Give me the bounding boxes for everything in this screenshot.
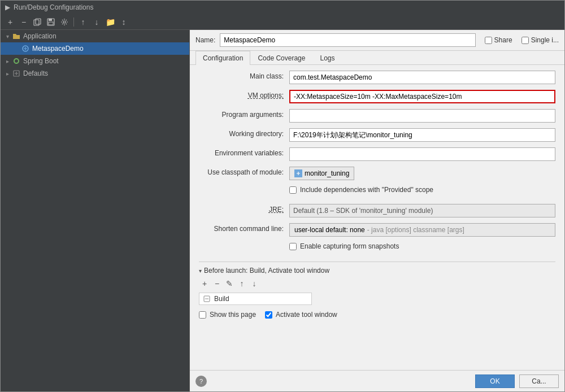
main-class-input[interactable] bbox=[289, 71, 555, 84]
expand-springboot-icon bbox=[4, 58, 11, 64]
sort-button[interactable]: ↕ bbox=[118, 16, 130, 28]
metaspace-app-icon bbox=[21, 44, 30, 53]
tab-code-coverage[interactable]: Code Coverage bbox=[250, 51, 312, 65]
main-class-label: Main class: bbox=[199, 71, 289, 80]
share-label: Share bbox=[494, 36, 512, 44]
program-args-label: Program arguments: bbox=[199, 109, 289, 119]
vm-options-row: VM options: bbox=[199, 90, 555, 103]
bottom-bar: ? OK Ca... bbox=[190, 370, 564, 391]
expand-application-icon bbox=[4, 33, 11, 40]
title-bar-icon: ▶ bbox=[5, 3, 10, 11]
save-button[interactable] bbox=[45, 16, 57, 28]
add-button[interactable]: + bbox=[4, 16, 16, 28]
title-bar-text: Run/Debug Configurations bbox=[14, 3, 93, 11]
enable-snapshots-checkbox[interactable] bbox=[289, 243, 297, 250]
single-instance-label: Single i... bbox=[531, 36, 559, 44]
config-panel: Main class: VM options: Program argument… bbox=[190, 65, 564, 370]
sidebar-item-defaults[interactable]: Defaults bbox=[1, 67, 189, 80]
expand-metaspace-icon bbox=[13, 45, 20, 52]
defaults-icon bbox=[12, 69, 21, 78]
include-deps-checkbox[interactable] bbox=[289, 186, 297, 194]
include-deps-row: Include dependencies with "Provided" sco… bbox=[289, 186, 555, 199]
vm-options-input[interactable] bbox=[289, 90, 555, 103]
tab-logs[interactable]: Logs bbox=[312, 51, 342, 65]
activate-tool-window-checkbox[interactable] bbox=[265, 311, 272, 319]
shorten-cmd-value: user-local default: none bbox=[294, 226, 365, 234]
env-vars-label: Environment variables: bbox=[199, 147, 289, 157]
name-label: Name: bbox=[195, 36, 215, 44]
module-name: monitor_tuning bbox=[305, 169, 349, 177]
working-dir-row: Working directory: bbox=[199, 128, 555, 142]
name-bar: Name: Share Single i... bbox=[190, 30, 564, 51]
jre-input[interactable] bbox=[289, 204, 555, 217]
tab-configuration[interactable]: Configuration bbox=[195, 51, 250, 65]
build-icon bbox=[203, 295, 211, 303]
snapshots-row: Enable capturing form snapshots bbox=[199, 242, 555, 256]
shorten-cmd-hint: - java [options] classname [args] bbox=[367, 226, 464, 234]
show-page-checkbox[interactable] bbox=[199, 311, 206, 319]
cancel-button[interactable]: Ca... bbox=[519, 374, 559, 388]
toolbar: + − ↑ ↓ 📁 ↕ bbox=[1, 14, 564, 30]
single-instance-checkbox[interactable] bbox=[521, 37, 529, 44]
before-launch-edit-btn[interactable]: ✎ bbox=[224, 278, 235, 289]
application-folder-icon bbox=[12, 32, 21, 41]
expand-defaults-icon bbox=[4, 70, 11, 77]
sidebar-item-application[interactable]: Application bbox=[1, 30, 189, 42]
activate-tool-window-label: Activate tool window bbox=[276, 311, 337, 319]
share-checkbox[interactable] bbox=[485, 37, 492, 44]
env-vars-input[interactable] bbox=[289, 147, 555, 161]
classpath-row: Use classpath of module: monitor_tuning bbox=[199, 167, 555, 180]
before-launch-remove-btn[interactable]: − bbox=[211, 278, 223, 289]
jre-label: JRE: bbox=[199, 204, 289, 214]
program-args-input[interactable] bbox=[289, 109, 555, 123]
folder-button[interactable]: 📁 bbox=[104, 16, 116, 28]
before-launch-add-btn[interactable]: + bbox=[199, 278, 210, 289]
shorten-cmd-label: Shorten command line: bbox=[199, 223, 289, 233]
up-button[interactable]: ↑ bbox=[77, 16, 89, 28]
include-deps-label: Include dependencies with "Provided" sco… bbox=[300, 186, 433, 194]
classpath-selector: monitor_tuning bbox=[289, 167, 354, 180]
settings-button[interactable] bbox=[58, 16, 71, 28]
springboot-label: Spring Boot bbox=[23, 57, 59, 65]
shorten-cmd-row: Shorten command line: user-local default… bbox=[199, 223, 555, 237]
jre-row: JRE: bbox=[199, 204, 555, 217]
before-launch-down-btn[interactable]: ↓ bbox=[249, 278, 260, 289]
before-launch-collapse-icon[interactable]: ▾ bbox=[199, 268, 202, 274]
help-button[interactable]: ? bbox=[195, 376, 207, 387]
title-bar: ▶ Run/Debug Configurations bbox=[1, 1, 564, 14]
program-args-row: Program arguments: bbox=[199, 109, 555, 123]
vm-options-label: VM options: bbox=[199, 90, 289, 99]
defaults-label: Defaults bbox=[23, 69, 48, 77]
before-launch-header: ▾ Before launch: Build, Activate tool wi… bbox=[199, 267, 555, 275]
sidebar: Application MetaspaceDemo Spring Boot bbox=[1, 30, 190, 391]
name-input[interactable] bbox=[220, 33, 475, 47]
working-dir-input[interactable] bbox=[289, 128, 555, 142]
separator-1 bbox=[73, 18, 74, 27]
spring-icon bbox=[12, 56, 21, 66]
application-label: Application bbox=[23, 32, 56, 40]
env-vars-row: Environment variables: bbox=[199, 147, 555, 161]
single-instance-area: Single i... bbox=[521, 36, 559, 44]
divider bbox=[199, 262, 555, 262]
before-launch-toolbar: + − ✎ ↑ ↓ bbox=[199, 278, 555, 289]
module-badge[interactable]: monitor_tuning bbox=[289, 167, 354, 180]
before-launch-title: Before launch: Build, Activate tool wind… bbox=[204, 267, 329, 275]
module-icon bbox=[294, 169, 302, 177]
classpath-label: Use classpath of module: bbox=[199, 167, 289, 176]
share-checkbox-area: Share bbox=[485, 36, 512, 44]
down-button[interactable]: ↓ bbox=[90, 16, 103, 28]
svg-rect-4 bbox=[49, 22, 53, 25]
sidebar-item-metaspacedemo[interactable]: MetaspaceDemo bbox=[1, 42, 189, 55]
tabs-bar: Configuration Code Coverage Logs bbox=[190, 51, 564, 65]
svg-point-5 bbox=[63, 21, 66, 23]
build-item: Build bbox=[199, 293, 312, 305]
sidebar-item-springboot[interactable]: Spring Boot bbox=[1, 55, 189, 67]
before-launch-up-btn[interactable]: ↑ bbox=[236, 278, 247, 289]
ok-button[interactable]: OK bbox=[475, 374, 515, 388]
svg-rect-3 bbox=[49, 19, 52, 21]
help-icon-label: ? bbox=[199, 378, 203, 385]
remove-button[interactable]: − bbox=[18, 16, 30, 28]
build-label: Build bbox=[214, 295, 229, 303]
copy-button[interactable] bbox=[31, 16, 44, 28]
footer-checkboxes: Show this page Activate tool window bbox=[199, 311, 555, 319]
